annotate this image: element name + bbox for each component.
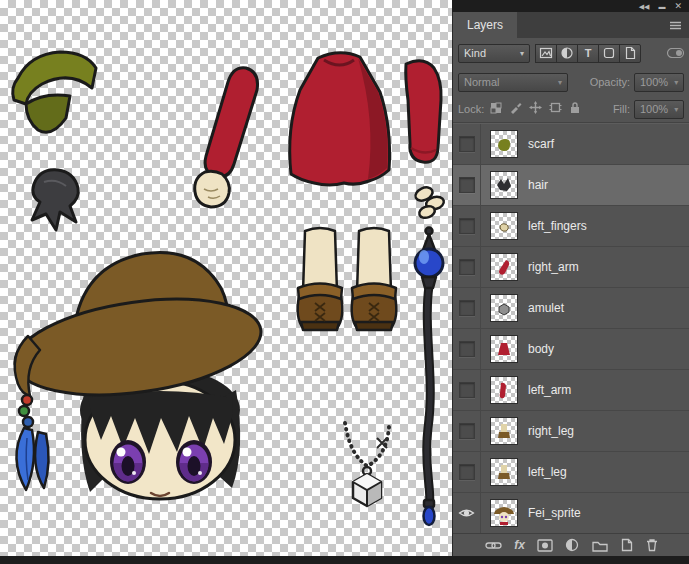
sprite-artwork bbox=[0, 0, 452, 556]
lock-all-icon[interactable] bbox=[569, 100, 581, 118]
kind-filter-value: Kind bbox=[464, 47, 486, 59]
layer-thumbnail[interactable] bbox=[490, 171, 518, 199]
layer-name[interactable]: right_leg bbox=[528, 424, 574, 438]
visibility-empty-box bbox=[459, 382, 475, 398]
layer-list: scarf hair left_fingers right_arm am bbox=[453, 123, 689, 533]
shape-layer-filter-icon[interactable] bbox=[598, 44, 620, 63]
layer-row-body[interactable]: body bbox=[453, 329, 689, 370]
opacity-dropdown[interactable]: 100% ▾ bbox=[634, 73, 684, 92]
layer-name[interactable]: left_arm bbox=[528, 383, 571, 397]
visibility-toggle[interactable] bbox=[453, 247, 481, 287]
visibility-empty-box bbox=[459, 136, 475, 152]
lock-fill-row: Lock: Fill: bbox=[453, 96, 689, 123]
fill-label: Fill: bbox=[613, 103, 630, 115]
layer-row-amulet[interactable]: amulet bbox=[453, 288, 689, 329]
add-layer-mask-icon[interactable] bbox=[537, 539, 553, 552]
chevron-down-icon: ▾ bbox=[668, 78, 678, 87]
layer-name[interactable]: Fei_sprite bbox=[528, 506, 581, 520]
layer-name[interactable]: scarf bbox=[528, 137, 554, 151]
delete-layer-trash-icon[interactable] bbox=[645, 538, 659, 552]
character-head-art bbox=[9, 252, 267, 499]
layer-row-right-arm[interactable]: right_arm bbox=[453, 247, 689, 288]
layer-name[interactable]: right_arm bbox=[528, 260, 579, 274]
layer-name[interactable]: left_leg bbox=[528, 465, 567, 479]
layer-thumbnail[interactable] bbox=[490, 376, 518, 404]
scarf-part-art bbox=[13, 52, 96, 132]
layer-filter-row: Kind ▾ T bbox=[453, 38, 689, 68]
layers-panel-toolbar: fx bbox=[453, 533, 689, 556]
lock-transparent-pixels-icon[interactable] bbox=[490, 100, 502, 118]
visibility-empty-box bbox=[459, 341, 475, 357]
fill-dropdown[interactable]: 100% ▾ bbox=[634, 100, 684, 119]
fill-value: 100% bbox=[640, 103, 668, 115]
layer-row-fei-sprite[interactable]: Fei_sprite bbox=[453, 493, 689, 533]
layer-thumbnail[interactable] bbox=[490, 417, 518, 445]
layer-row-left-leg[interactable]: left_leg bbox=[453, 452, 689, 493]
legs-part-art bbox=[298, 228, 397, 330]
staff-part-art bbox=[415, 228, 443, 526]
layer-style-fx-icon[interactable]: fx bbox=[514, 539, 525, 551]
layer-name[interactable]: left_fingers bbox=[528, 219, 587, 233]
collapse-panels-icon[interactable]: ◀◀ bbox=[639, 3, 650, 10]
layer-thumbnail[interactable] bbox=[490, 499, 518, 527]
link-layers-icon[interactable] bbox=[485, 540, 502, 551]
lock-position-icon[interactable] bbox=[529, 100, 542, 118]
type-layer-filter-icon[interactable]: T bbox=[577, 44, 599, 63]
kind-filter-dropdown[interactable]: Kind ▾ bbox=[458, 44, 530, 63]
lock-image-pixels-icon[interactable] bbox=[509, 100, 522, 118]
visibility-empty-box bbox=[459, 218, 475, 234]
left-fingers-part-art bbox=[413, 185, 445, 220]
new-layer-icon[interactable] bbox=[620, 538, 633, 552]
lock-artboard-icon[interactable] bbox=[549, 100, 562, 118]
visibility-toggle[interactable] bbox=[453, 165, 481, 205]
lock-label: Lock: bbox=[458, 103, 484, 115]
tab-layers[interactable]: Layers bbox=[453, 12, 517, 38]
blend-mode-dropdown[interactable]: Normal ▾ bbox=[458, 73, 568, 92]
layer-thumbnail[interactable] bbox=[490, 458, 518, 486]
visibility-toggle[interactable] bbox=[453, 329, 481, 369]
adjustment-layer-filter-icon[interactable] bbox=[556, 44, 578, 63]
layer-row-right-leg[interactable]: right_leg bbox=[453, 411, 689, 452]
visibility-toggle[interactable] bbox=[453, 288, 481, 328]
visibility-toggle[interactable] bbox=[453, 124, 481, 164]
layers-panel: Layers Kind ▾ T bbox=[452, 12, 689, 556]
close-icon[interactable]: ✕ bbox=[674, 2, 682, 11]
visibility-toggle[interactable] bbox=[453, 411, 481, 451]
window-bottom-edge bbox=[0, 556, 689, 564]
layer-row-left-fingers[interactable]: left_fingers bbox=[453, 206, 689, 247]
visibility-toggle[interactable] bbox=[453, 206, 481, 246]
adjustment-layer-icon[interactable] bbox=[565, 538, 579, 552]
layer-name[interactable]: amulet bbox=[528, 301, 564, 315]
visibility-empty-box bbox=[459, 423, 475, 439]
layer-name[interactable]: hair bbox=[528, 178, 548, 192]
window-controls-bar: ◀◀ ▬ ✕ bbox=[452, 0, 689, 12]
layer-thumbnail[interactable] bbox=[490, 253, 518, 281]
chevron-down-icon: ▾ bbox=[514, 49, 524, 58]
pixel-layer-filter-icon[interactable] bbox=[535, 44, 557, 63]
layer-thumbnail[interactable] bbox=[490, 130, 518, 158]
minimize-icon[interactable]: ▬ bbox=[658, 3, 665, 10]
new-group-folder-icon[interactable] bbox=[592, 539, 608, 552]
chevron-down-icon: ▾ bbox=[668, 105, 678, 114]
layer-thumbnail[interactable] bbox=[490, 212, 518, 240]
layer-row-scarf[interactable]: scarf bbox=[453, 124, 689, 165]
amulet-part-art bbox=[345, 423, 389, 506]
layer-name[interactable]: body bbox=[528, 342, 554, 356]
visibility-toggle[interactable] bbox=[453, 452, 481, 492]
layer-row-left-arm[interactable]: left_arm bbox=[453, 370, 689, 411]
blend-mode-value: Normal bbox=[464, 76, 499, 88]
panel-menu-icon[interactable] bbox=[669, 12, 689, 38]
layer-filter-toggle-icon[interactable] bbox=[667, 48, 684, 58]
opacity-label: Opacity: bbox=[590, 76, 630, 88]
visibility-toggle[interactable] bbox=[453, 370, 481, 410]
layer-thumbnail[interactable] bbox=[490, 294, 518, 322]
document-canvas[interactable] bbox=[0, 0, 452, 556]
opacity-value: 100% bbox=[640, 76, 668, 88]
visibility-empty-box bbox=[459, 464, 475, 480]
hair-tuft-art bbox=[32, 170, 78, 230]
layer-row-hair[interactable]: hair bbox=[453, 165, 689, 206]
photoshop-window: ◀◀ ▬ ✕ Layers Kind ▾ T bbox=[0, 0, 689, 564]
smart-object-filter-icon[interactable] bbox=[619, 44, 641, 63]
layer-thumbnail[interactable] bbox=[490, 335, 518, 363]
visibility-toggle[interactable] bbox=[453, 493, 481, 533]
